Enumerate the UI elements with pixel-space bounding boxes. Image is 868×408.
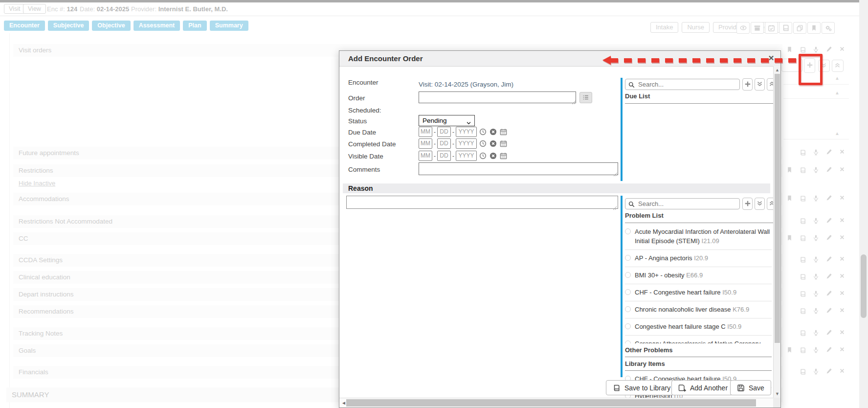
problem-list: Acute Myocardial Infarction of Anterolat… — [625, 224, 772, 405]
day-field[interactable]: DD — [437, 127, 451, 137]
radio-icon[interactable] — [625, 255, 631, 261]
clock-icon[interactable] — [479, 140, 487, 148]
calendar-icon[interactable] — [500, 152, 508, 160]
problem-text: AP - Angina pectoris I20.9 — [635, 253, 708, 263]
reason-search-input[interactable] — [625, 198, 740, 209]
scroll-down-icon[interactable]: ▼ — [775, 391, 779, 396]
date-dash: - — [434, 153, 436, 159]
scrollbar-corner — [773, 398, 780, 408]
double-chevron-down-icon — [757, 200, 764, 208]
year-field[interactable]: YYYY — [456, 151, 477, 161]
problem-label: CHF - Congestive heart failure — [635, 289, 721, 296]
order-input[interactable] — [419, 91, 576, 103]
visible-date-label: Visible Date — [348, 153, 383, 160]
due-add-button[interactable] — [742, 78, 753, 91]
month-field[interactable]: MM — [419, 138, 432, 149]
dialog-title: Add Encounter Order — [348, 54, 423, 63]
status-select[interactable]: Pending — [419, 115, 475, 126]
due-list-header: Due List — [625, 92, 774, 104]
clear-date-icon[interactable] — [490, 140, 497, 148]
reason-section-header: Reason — [343, 183, 770, 193]
save-plus-icon — [678, 384, 686, 392]
page-scrollbar[interactable] — [859, 0, 868, 408]
completed-date-controls: MM-DD-YYYY — [419, 138, 508, 149]
calendar-icon[interactable] — [500, 140, 508, 148]
visible-date-controls: MM-DD-YYYY — [419, 151, 508, 161]
due-panel-accent-bar — [621, 78, 623, 181]
encounter-label: Encounter — [348, 79, 378, 86]
year-field[interactable]: YYYY — [456, 138, 477, 149]
radio-icon[interactable] — [625, 340, 631, 343]
plus-icon — [744, 81, 752, 89]
calendar-icon[interactable] — [500, 128, 508, 136]
problem-text: Chronic nonalcoholic liver disease K76.9 — [635, 305, 749, 314]
day-field[interactable]: DD — [437, 151, 451, 161]
due-search-input[interactable] — [625, 79, 740, 90]
save-to-library-label: Save to Library — [624, 384, 670, 392]
problem-code: I20.9 — [694, 254, 708, 262]
month-field[interactable]: MM — [419, 151, 432, 161]
problem-text: Congestive heart failure stage C I50.9 — [635, 322, 741, 331]
annotation-arrow — [602, 56, 799, 65]
clear-date-icon[interactable] — [490, 128, 497, 136]
scroll-left-icon[interactable]: ◄ — [341, 400, 346, 406]
problem-item[interactable]: Coronary Atherosclerosis of Native Coron… — [625, 336, 772, 343]
plus-icon — [744, 200, 752, 208]
problem-list-header: Problem List — [625, 212, 774, 223]
problem-item[interactable]: AP - Angina pectoris I20.9 — [625, 250, 772, 267]
problem-code: I50.9 — [722, 289, 736, 296]
date-dash: - — [434, 129, 436, 136]
problem-text: BMI 30+ - obesity E66.9 — [635, 271, 703, 280]
status-value: Pending — [423, 117, 447, 124]
add-encounter-order-dialog: Add Encounter Order ✕ Encounter Visit: 0… — [339, 50, 781, 408]
order-picklist-button[interactable] — [579, 92, 592, 103]
date-dash: - — [452, 153, 454, 159]
day-field[interactable]: DD — [437, 138, 451, 149]
problem-item[interactable]: Chronic nonalcoholic liver disease K76.9 — [625, 301, 772, 318]
radio-icon[interactable] — [625, 306, 631, 312]
problem-item[interactable]: CHF - Congestive heart failure I50.9 — [625, 284, 772, 301]
due-date-label: Due Date — [348, 129, 376, 136]
problem-code: I21.09 — [702, 237, 719, 245]
scroll-up-icon[interactable]: ▲ — [775, 68, 779, 72]
radio-icon[interactable] — [625, 289, 631, 295]
library-items-header: Library Items — [625, 357, 772, 371]
completed-date-label: Completed Date — [348, 140, 396, 148]
problem-item[interactable]: BMI 30+ - obesity E66.9 — [625, 267, 772, 284]
arrow-head-icon — [602, 56, 611, 65]
year-field[interactable]: YYYY — [456, 127, 477, 137]
save-to-library-button[interactable]: Save to Library — [606, 380, 677, 395]
save-icon — [737, 384, 745, 392]
dialog-horizontal-scrollbar[interactable]: ◄ ► — [339, 398, 780, 408]
problem-item[interactable]: Acute Myocardial Infarction of Anterolat… — [625, 224, 772, 250]
encounter-value: Visit: 02-14-2025 (Grayson, Jim) — [419, 81, 513, 88]
month-field[interactable]: MM — [419, 127, 432, 137]
page-scrollbar-thumb[interactable] — [861, 254, 867, 318]
comments-textarea[interactable] — [419, 162, 618, 175]
problem-text: CHF - Congestive heart failure I50.9 — [635, 288, 736, 297]
save-button[interactable]: Save — [730, 380, 771, 395]
arrow-dashes — [610, 58, 799, 63]
save-label: Save — [749, 384, 764, 392]
dialog-vscroll-thumb[interactable] — [775, 74, 780, 343]
clock-icon[interactable] — [479, 128, 487, 136]
reason-expand-all-button[interactable] — [755, 198, 765, 210]
comments-label: Comments — [348, 166, 380, 173]
reason-textarea[interactable] — [346, 196, 618, 209]
reason-add-button[interactable] — [742, 198, 753, 210]
clock-icon[interactable] — [479, 152, 487, 160]
date-dash: - — [452, 129, 454, 136]
problem-item[interactable]: Congestive heart failure stage C I50.9 — [625, 318, 772, 336]
radio-icon[interactable] — [625, 323, 631, 329]
dialog-vertical-scrollbar[interactable]: ▲ ▼ — [773, 66, 780, 398]
add-another-button[interactable]: Add Another — [671, 380, 734, 395]
scheduled-label: Scheduled: — [348, 107, 381, 114]
due-expand-all-button[interactable] — [755, 78, 765, 91]
date-dash: - — [452, 140, 454, 147]
add-another-label: Add Another — [690, 384, 728, 392]
radio-icon[interactable] — [625, 228, 631, 234]
order-label: Order — [348, 94, 365, 102]
dialog-hscroll-thumb[interactable] — [346, 399, 756, 407]
clear-date-icon[interactable] — [490, 152, 497, 160]
radio-icon[interactable] — [625, 272, 631, 278]
